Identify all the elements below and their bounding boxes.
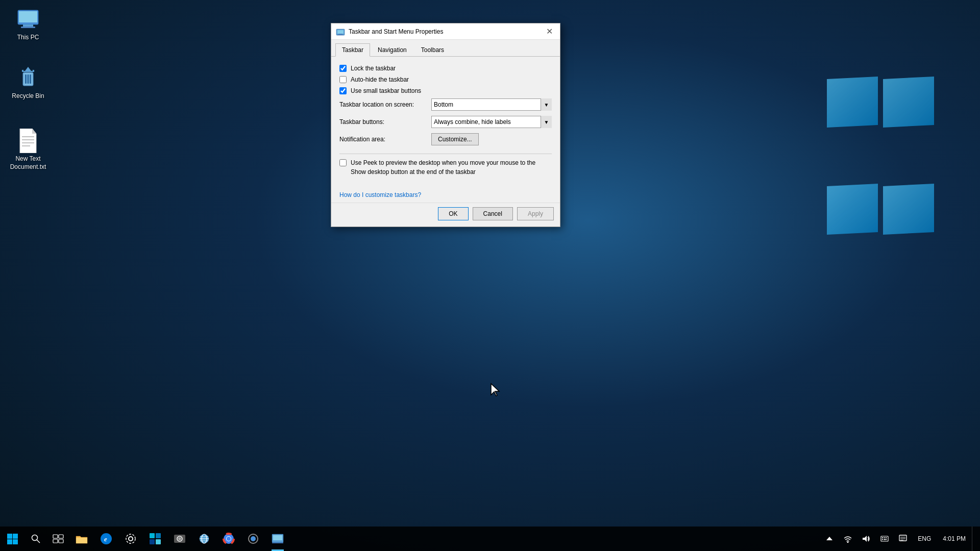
new-text-doc-icon <box>16 129 40 153</box>
svg-rect-19 <box>7 534 12 539</box>
dialog-tabs: Taskbar Navigation Toolbars <box>331 40 560 57</box>
svg-point-40 <box>178 537 181 540</box>
svg-point-23 <box>32 535 38 541</box>
svg-rect-18 <box>337 35 344 35</box>
taskbar-app-taskbar-props[interactable] <box>265 527 290 551</box>
svg-rect-36 <box>150 539 155 544</box>
svg-marker-55 <box>826 537 832 540</box>
svg-rect-54 <box>272 542 283 543</box>
auto-hide-label[interactable]: Auto-hide the taskbar <box>351 76 409 83</box>
tab-toolbars[interactable]: Toolbars <box>414 43 451 57</box>
dialog-buttons: OK Cancel Apply <box>331 203 560 227</box>
svg-rect-20 <box>13 534 18 539</box>
svg-rect-8 <box>30 74 31 84</box>
svg-rect-64 <box>886 539 887 540</box>
svg-line-24 <box>37 540 40 543</box>
svg-text:e: e <box>104 535 107 543</box>
customize-button[interactable]: Customize... <box>431 133 479 145</box>
svg-point-33 <box>126 534 135 543</box>
svg-rect-29 <box>76 538 87 543</box>
small-buttons-checkbox[interactable] <box>339 87 347 94</box>
svg-rect-62 <box>882 539 883 540</box>
svg-point-49 <box>227 537 231 541</box>
help-link[interactable]: How do I customize taskbars? <box>339 191 421 198</box>
new-text-doc-label: New Text Document.txt <box>10 155 46 171</box>
taskbar-app-cortana[interactable] <box>241 527 265 551</box>
notification-center-icon[interactable] <box>894 527 912 551</box>
cancel-button[interactable]: Cancel <box>473 207 513 220</box>
dialog-titlebar-icon <box>335 27 346 37</box>
taskbar-search-button[interactable] <box>26 529 46 549</box>
use-peek-checkbox[interactable] <box>339 159 347 166</box>
this-pc-icon <box>16 7 40 32</box>
lock-taskbar-row: Lock the taskbar <box>339 65 552 72</box>
taskbar-app-store[interactable] <box>143 527 167 551</box>
taskbar-location-select-wrapper: Bottom Top Left Right ▼ <box>431 98 552 111</box>
lock-taskbar-label[interactable]: Lock the taskbar <box>351 65 396 72</box>
svg-rect-1 <box>19 11 37 22</box>
taskbar: e <box>0 527 980 551</box>
svg-marker-4 <box>22 67 34 72</box>
notification-area-row: Notification area: Customize... <box>339 133 552 145</box>
taskbar-app-edge[interactable]: e <box>94 527 118 551</box>
taskbar-pinned-apps: e <box>69 527 290 551</box>
svg-rect-17 <box>338 34 342 35</box>
svg-rect-22 <box>13 539 18 544</box>
svg-rect-63 <box>884 539 886 540</box>
taskbar-app-ie[interactable] <box>192 527 216 551</box>
keyboard-icon[interactable] <box>875 527 894 551</box>
taskbar-app-photos[interactable] <box>167 527 192 551</box>
start-button[interactable] <box>0 527 24 551</box>
taskbar-buttons-select-wrapper: Always combine, hide labels Combine when… <box>431 116 552 128</box>
desktop-icon-recycle-bin[interactable]: Recycle Bin <box>5 64 51 103</box>
dialog-footer-link: How do I customize taskbars? <box>331 185 560 203</box>
svg-rect-65 <box>899 535 906 541</box>
svg-rect-59 <box>882 537 883 538</box>
system-tray-overflow-button[interactable] <box>820 527 839 551</box>
taskbar-time: 4:01 PM <box>943 535 966 543</box>
mouse-cursor <box>490 383 500 397</box>
taskbar-properties-dialog: Taskbar and Start Menu Properties ✕ Task… <box>331 23 560 227</box>
auto-hide-checkbox[interactable] <box>339 76 347 83</box>
taskbar-app-chrome[interactable] <box>216 527 241 551</box>
svg-rect-21 <box>7 539 12 544</box>
peek-section: Use Peek to preview the desktop when you… <box>339 154 552 177</box>
this-pc-label: This PC <box>17 34 39 42</box>
dialog-title: Taskbar and Start Menu Properties <box>349 28 543 35</box>
svg-rect-28 <box>59 539 63 543</box>
taskbar-buttons-row: Taskbar buttons: Always combine, hide la… <box>339 116 552 128</box>
use-peek-label[interactable]: Use Peek to preview the desktop when you… <box>351 158 552 177</box>
taskbar-clock[interactable]: 4:01 PM <box>937 527 972 551</box>
taskbar-app-settings[interactable] <box>118 527 143 551</box>
small-buttons-label[interactable]: Use small taskbar buttons <box>351 87 421 94</box>
tab-navigation[interactable]: Navigation <box>371 43 413 57</box>
apply-button[interactable]: Apply <box>517 207 554 220</box>
svg-rect-58 <box>881 536 888 541</box>
wifi-icon[interactable] <box>839 527 857 551</box>
small-buttons-row: Use small taskbar buttons <box>339 87 552 94</box>
dialog-titlebar: Taskbar and Start Menu Properties ✕ <box>331 23 560 40</box>
svg-marker-69 <box>491 384 499 396</box>
taskbar-task-view-button[interactable] <box>47 528 69 550</box>
ok-button[interactable]: OK <box>438 207 468 220</box>
taskbar-app-file-explorer[interactable] <box>69 527 94 551</box>
desktop: This PC Recycle Bin New T <box>0 0 980 551</box>
taskbar-location-select[interactable]: Bottom Top Left Right <box>431 98 552 111</box>
dialog-close-button[interactable]: ✕ <box>543 25 556 38</box>
dialog-content: Lock the taskbar Auto-hide the taskbar U… <box>331 57 560 185</box>
recycle-bin-icon <box>16 66 40 90</box>
svg-point-32 <box>129 537 133 541</box>
volume-icon[interactable] <box>857 527 875 551</box>
taskbar-buttons-select[interactable]: Always combine, hide labels Combine when… <box>431 116 552 128</box>
tab-taskbar[interactable]: Taskbar <box>335 43 370 57</box>
taskbar-location-label: Taskbar location on screen: <box>339 101 431 108</box>
desktop-icon-new-text-doc[interactable]: New Text Document.txt <box>5 127 51 173</box>
svg-rect-26 <box>59 535 63 538</box>
svg-rect-35 <box>156 533 161 538</box>
recycle-bin-label: Recycle Bin <box>12 92 44 101</box>
svg-rect-3 <box>21 27 35 28</box>
language-indicator[interactable]: ENG <box>912 527 937 551</box>
desktop-icon-this-pc[interactable]: This PC <box>5 5 51 44</box>
lock-taskbar-checkbox[interactable] <box>339 65 347 72</box>
show-desktop-button[interactable] <box>972 527 976 551</box>
